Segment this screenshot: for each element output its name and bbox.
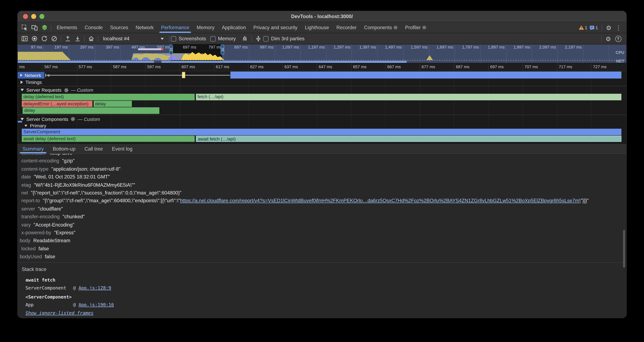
ruler-tick: 687 ms [456,65,469,69]
details-tab-call-tree[interactable]: Call tree [80,144,108,153]
stack-async-header: await fetch [18,276,626,284]
tab-privacy-and-security[interactable]: Privacy and security [250,22,301,33]
track-divider [18,86,626,87]
warnings-badge[interactable]: 1 [578,25,587,30]
record-and-reload-icon[interactable] [40,34,49,43]
net-lane-label: NET [616,59,624,64]
summary-pane[interactable]: connection"keep-alive"content-encoding"g… [18,154,626,318]
inspect-element-icon[interactable] [20,23,30,32]
zoom-window-button[interactable] [40,14,44,19]
cpu-lane-label: CPU [616,50,624,55]
tab-components[interactable]: Components [360,22,402,33]
frame-source-link[interactable]: App.js:190:16 [78,302,114,307]
track-network-header[interactable]: Network [18,72,44,78]
overview-tick: 1,997 ms [514,45,530,50]
track-server-requests-header[interactable]: Server Requests — Custom [18,87,626,94]
screenshots-label[interactable]: Screenshots [178,36,206,41]
report-to-url-link[interactable]: https://a.nel.cloudflare.com/report/v4?s… [180,198,580,204]
settings-gear-icon[interactable]: ⚙ [604,23,614,32]
tab-label: Privacy and security [254,25,298,31]
record-icon[interactable] [30,34,40,43]
frame-at: @ [73,302,78,307]
title-bar[interactable]: DevTools - localhost:3000/ [18,11,626,22]
ruler-tick: 667 ms [387,65,401,69]
node-icon[interactable] [40,23,49,32]
detail-value: "chunked" [62,214,85,220]
span-await-delay[interactable]: await delay (deferred text) [22,135,194,142]
close-window-button[interactable] [23,14,28,19]
dim-3rd-parties-checkbox[interactable] [263,36,268,41]
capture-settings-gear-icon[interactable]: ⚙ [603,34,613,43]
overview-tick: 797 ms [208,45,222,50]
screenshots-checkbox[interactable] [171,36,176,41]
right-selection-handle[interactable] [220,45,224,55]
device-toolbar-icon[interactable] [30,23,40,32]
frame-source-link[interactable]: App.js:128:9 [78,285,111,291]
ruler-tick: 707 ms [524,65,538,69]
toolbar-right-actions: ⚙ ? [600,34,626,43]
left-selection-handle[interactable] [169,45,173,55]
tab-console[interactable]: Console [81,22,106,33]
devtools-window: DevTools - localhost:3000/ ElementsConso… [18,11,626,318]
tab-memory[interactable]: Memory [193,22,218,33]
detail-row-etag: etag"W/\"4b1-RjEJloX9kRinu6F0MAZMmy6E5iA… [18,181,626,189]
selected-network-event-marker[interactable] [182,72,185,78]
details-tab-bar: SummaryBottom-upCall treeEvent log [18,144,626,154]
ruler-tick: 697 ms [490,65,504,69]
traffic-lights [23,14,44,19]
primary-lane-header[interactable]: Primary [18,122,626,129]
kebab-menu-icon[interactable]: ⋮ [614,23,624,32]
span-delay-deferred-text[interactable]: delay (deferred text) [22,94,194,100]
minimize-window-button[interactable] [31,14,36,19]
dim-3rd-parties-label[interactable]: Dim 3rd parties [271,36,304,41]
details-tab-bottom-up[interactable]: Bottom-up [48,144,80,153]
tab-elements[interactable]: Elements [53,22,81,33]
home-icon[interactable] [86,34,96,43]
collapse-tracks-icon[interactable] [254,34,263,43]
save-profile-icon[interactable] [73,34,82,43]
memory-label[interactable]: Memory [218,36,236,41]
timeline-overview[interactable]: 97 ms197 ms297 ms397 ms497 ms597 ms697 m… [18,45,626,63]
issues-badge[interactable]: 1 [589,25,598,30]
garbage-collect-icon[interactable] [240,34,250,43]
tab-application[interactable]: Application [218,22,250,33]
tab-recorder[interactable]: Recorder [332,22,360,33]
ruler-gridline [591,63,592,71]
detail-value: "application/json; charset=utf-8" [51,166,120,172]
ruler-tick: 617 ms [216,65,229,69]
tab-profiler[interactable]: Profiler [402,22,430,33]
help-icon[interactable]: ? [613,34,623,43]
span-await-fetch-selected[interactable]: await fetch (…/api) [196,135,621,142]
detail-value: "Accept-Encoding" [34,222,74,228]
network-request-bar[interactable] [230,71,621,78]
span-delay[interactable]: delay [94,101,132,107]
tab-performance[interactable]: Performance [157,22,193,33]
span-server-component[interactable]: ServerComponent [22,129,621,135]
tab-sources[interactable]: Sources [106,22,132,33]
load-profile-icon[interactable] [63,34,73,43]
flame-chart[interactable]: Network Timings Server Requests — Custom… [18,71,626,144]
details-tab-summary[interactable]: Summary [18,144,48,153]
ruler-gridline [214,63,214,71]
track-timings-header[interactable]: Timings [18,79,626,86]
span-fetch-api[interactable]: fetch (…/api) [196,94,621,100]
show-ignore-listed-frames-link[interactable]: Show ignore-listed frames [26,310,94,316]
history-dropdown[interactable]: localhost #4 [100,35,166,43]
tab-label: Components [364,25,392,31]
detail-value: "keep-alive" [48,154,74,156]
tab-network[interactable]: Network [132,22,157,33]
clear-icon[interactable] [49,34,59,43]
tab-lighthouse[interactable]: Lighthouse [301,22,332,33]
details-tab-label: Summary [23,146,44,152]
detail-value: "{\"report_to\":\"cf-nel\",\"success_fra… [31,190,182,196]
scrollbar-thumb[interactable] [623,230,625,268]
divider [51,25,51,31]
tab-label: Memory [197,25,214,31]
toggle-sidebar-icon[interactable] [20,34,30,43]
divider [169,36,169,42]
span-delayed-error[interactable]: delayedError (…ayed exception) [22,101,92,107]
memory-checkbox[interactable] [210,36,216,41]
details-tab-event-log[interactable]: Event log [107,144,137,153]
span-delay[interactable]: delay [23,107,160,114]
track-server-components-header[interactable]: Server Components — Custom [18,116,626,122]
